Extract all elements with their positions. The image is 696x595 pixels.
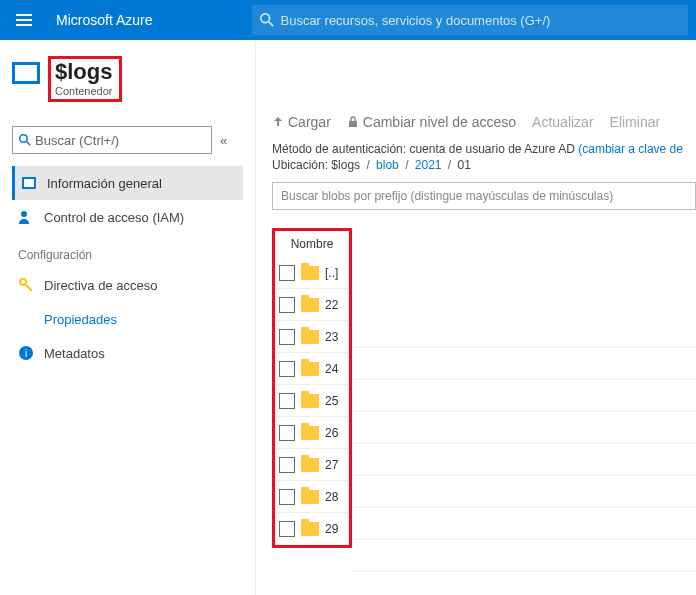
row-checkbox[interactable] [279,329,295,345]
global-search-placeholder: Buscar recursos, servicios y documentos … [280,13,550,28]
row-label: 26 [325,426,338,440]
row-checkbox[interactable] [279,361,295,377]
table-row[interactable]: 25 [275,385,349,417]
change-tier-label: Cambiar nivel de acceso [363,114,516,130]
nav-access-policy-label: Directiva de acceso [44,278,157,293]
folder-icon [301,298,319,312]
table-row[interactable]: 26 [275,417,349,449]
row-label: 29 [325,522,338,536]
folder-icon [301,394,319,408]
delete-label: Eliminar [610,114,661,130]
auth-method-line: Método de autenticación: cuenta de usuar… [272,142,696,156]
refresh-label: Actualizar [532,114,593,130]
row-label: 22 [325,298,338,312]
folder-icon [301,266,319,280]
row-label: [..] [325,266,338,280]
folder-icon [301,490,319,504]
folder-icon [301,458,319,472]
row-checkbox[interactable] [279,265,295,281]
change-tier-button[interactable]: Cambiar nivel de acceso [347,114,516,130]
nav-iam-label: Control de acceso (IAM) [44,210,184,225]
row-label: 27 [325,458,338,472]
svg-rect-8 [24,179,34,187]
auth-label: Método de autenticación: cuenta de usuar… [272,142,575,156]
svg-point-5 [20,135,28,143]
row-checkbox[interactable] [279,297,295,313]
row-checkbox[interactable] [279,425,295,441]
table-row[interactable]: 29 [275,513,349,545]
collapse-icon[interactable]: « [220,133,227,148]
delete-button[interactable]: Eliminar [610,114,661,130]
svg-line-11 [25,284,32,291]
table-row[interactable]: 22 [275,289,349,321]
overview-icon [21,175,37,191]
folder-icon [301,426,319,440]
row-label: 25 [325,394,338,408]
svg-rect-1 [16,19,32,21]
svg-text:i: i [25,348,27,359]
nav-metadata[interactable]: i Metadatos [12,336,243,370]
row-checkbox[interactable] [279,521,295,537]
nav-iam[interactable]: Control de acceso (IAM) [12,200,243,234]
row-label: 23 [325,330,338,344]
row-checkbox[interactable] [279,489,295,505]
nav-properties[interactable]: Propiedades [12,302,243,336]
row-checkbox[interactable] [279,393,295,409]
upload-icon [272,116,284,128]
row-checkbox[interactable] [279,457,295,473]
location-breadcrumb: Ubicación: $logs / blob / 2021 / 01 [272,158,696,172]
brand-label: Microsoft Azure [56,12,152,28]
svg-point-3 [261,14,270,23]
iam-icon [18,209,34,225]
location-label: Ubicación: $logs [272,158,360,172]
page-title-highlight: $logs Contenedor [48,56,122,102]
svg-rect-0 [16,14,32,16]
crumb-year[interactable]: 2021 [415,158,442,172]
lock-icon [347,116,359,128]
table-row[interactable]: 28 [275,481,349,513]
nav-section-config: Configuración [18,248,243,262]
blob-table-highlight: Nombre [..]2223242526272829 [272,228,352,548]
upload-label: Cargar [288,114,331,130]
folder-icon [301,330,319,344]
page-subtitle: Contenedor [55,85,113,97]
svg-line-6 [27,142,31,146]
page-title: $logs [55,59,113,85]
local-search-placeholder: Buscar (Ctrl+/) [35,133,119,148]
table-row[interactable]: 24 [275,353,349,385]
info-icon: i [18,345,34,361]
table-row[interactable]: 23 [275,321,349,353]
upload-button[interactable]: Cargar [272,114,331,130]
blob-prefix-search[interactable]: Buscar blobs por prefijo (distingue mayú… [272,182,696,210]
local-search[interactable]: Buscar (Ctrl+/) [12,126,212,154]
table-row[interactable]: [..] [275,257,349,289]
table-row[interactable]: 27 [275,449,349,481]
container-icon [12,62,40,84]
row-label: 28 [325,490,338,504]
row-label: 24 [325,362,338,376]
blob-search-placeholder: Buscar blobs por prefijo (distingue mayú… [281,189,613,203]
svg-line-4 [269,22,273,26]
nav-metadata-label: Metadatos [44,346,105,361]
nav-overview[interactable]: Información general [12,166,243,200]
folder-icon [301,362,319,376]
nav-access-policy[interactable]: Directiva de acceso [12,268,243,302]
auth-switch-link[interactable]: (cambiar a clave de [578,142,683,156]
svg-point-9 [21,211,27,217]
properties-icon [18,311,34,327]
crumb-month: 01 [458,158,471,172]
column-name[interactable]: Nombre [275,231,349,257]
svg-rect-14 [349,121,357,127]
menu-toggle[interactable] [8,4,40,36]
nav-overview-label: Información general [47,176,162,191]
key-icon [18,277,34,293]
svg-rect-2 [16,24,32,26]
crumb-blob[interactable]: blob [376,158,399,172]
refresh-button[interactable]: Actualizar [532,114,593,130]
folder-icon [301,522,319,536]
global-search[interactable]: Buscar recursos, servicios y documentos … [252,5,688,35]
nav-properties-label: Propiedades [44,312,117,327]
